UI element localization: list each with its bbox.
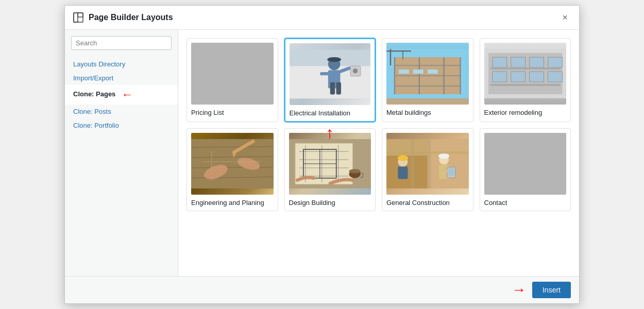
layouts-directory-link[interactable]: Layouts Directory: [73, 60, 125, 68]
card-thumb-exterior: [484, 43, 567, 105]
sidebar-item-clone-posts[interactable]: Clone: Posts: [65, 105, 178, 118]
svg-rect-35: [548, 57, 562, 67]
card-label-construction: General Construction: [386, 199, 469, 207]
svg-rect-33: [511, 57, 525, 67]
card-design-building[interactable]: Design Building: [284, 128, 376, 211]
layout-grid: Pricing List: [187, 38, 571, 215]
svg-rect-36: [492, 72, 506, 82]
svg-rect-81: [428, 139, 431, 188]
svg-rect-24: [413, 70, 423, 74]
card-thumb-contact: [484, 133, 567, 195]
modal-header-left: Page Builder Layouts: [73, 12, 173, 23]
modal: Page Builder Layouts × Layouts Directory…: [64, 5, 580, 304]
card-label-engineering: Engineering and Planing: [191, 199, 274, 207]
svg-rect-41: [490, 67, 560, 70]
svg-rect-78: [448, 168, 455, 176]
clone-pages-label: Clone: Pages: [73, 90, 115, 98]
insert-button[interactable]: Insert: [532, 282, 571, 298]
sidebar-item-clone-pages[interactable]: Clone: Pages ←: [65, 85, 178, 105]
svg-rect-26: [386, 49, 469, 56]
card-label-contact: Contact: [484, 199, 567, 207]
card-contact[interactable]: Contact: [480, 128, 571, 211]
sidebar-item-layouts-directory[interactable]: Layouts Directory: [65, 57, 178, 71]
card-pricing-list[interactable]: Pricing List: [187, 38, 278, 122]
modal-footer: → Insert: [65, 276, 579, 303]
svg-rect-70: [428, 139, 469, 188]
svg-rect-0: [74, 13, 83, 22]
svg-rect-40: [490, 84, 560, 86]
svg-point-67: [349, 169, 360, 173]
close-button[interactable]: ×: [559, 12, 571, 23]
sidebar-item-clone-portfolio[interactable]: Clone: Portfolio: [65, 118, 178, 132]
svg-rect-79: [443, 170, 449, 173]
card-label-exterior: Exterior remodeling: [484, 109, 567, 116]
left-arrow-icon: ←: [122, 88, 133, 101]
sidebar: Layouts Directory Import/Export Clone: P…: [65, 30, 178, 276]
search-input[interactable]: [71, 36, 172, 50]
modal-body: Layouts Directory Import/Export Clone: P…: [65, 30, 579, 276]
svg-point-72: [398, 155, 409, 161]
card-thumb-design: [289, 133, 371, 195]
svg-point-13: [327, 57, 341, 62]
svg-rect-32: [492, 57, 506, 67]
import-export-link[interactable]: Import/Export: [73, 74, 113, 82]
svg-rect-8: [330, 82, 334, 95]
svg-rect-80: [411, 139, 414, 188]
card-metal-buildings[interactable]: Metal buildings: [382, 38, 473, 122]
sidebar-nav: Layouts Directory Import/Export Clone: P…: [65, 55, 178, 134]
svg-rect-7: [320, 72, 330, 75]
card-label-electrical: Electrical Installation: [290, 109, 371, 117]
modal-title: Page Builder Layouts: [89, 13, 173, 22]
svg-rect-82: [386, 151, 469, 154]
svg-point-12: [352, 68, 357, 73]
card-thumb-electrical: [290, 43, 371, 105]
card-thumb-pricing-list: [191, 43, 274, 105]
svg-point-75: [438, 153, 449, 159]
card-thumb-engineering: [191, 133, 274, 195]
svg-rect-2: [78, 13, 83, 17]
clone-portfolio-link[interactable]: Clone: Portfolio: [73, 122, 119, 129]
card-electrical-installation[interactable]: Electrical Installation ↑: [284, 38, 376, 122]
svg-rect-38: [529, 72, 544, 82]
svg-rect-37: [511, 72, 525, 82]
svg-rect-1: [74, 13, 78, 22]
svg-rect-9: [336, 82, 341, 95]
card-thumb-construction: [386, 133, 469, 195]
card-general-construction[interactable]: General Construction: [382, 128, 473, 211]
svg-rect-73: [398, 167, 408, 179]
svg-rect-34: [529, 57, 544, 67]
modal-header: Page Builder Layouts ×: [65, 6, 579, 30]
card-label-metal: Metal buildings: [386, 109, 469, 116]
svg-rect-23: [399, 70, 409, 74]
sidebar-item-import-export[interactable]: Import/Export: [65, 71, 178, 85]
card-label-pricing-list: Pricing List: [191, 109, 274, 116]
main-content: Pricing List: [178, 30, 579, 276]
card-exterior-remodeling[interactable]: Exterior remodeling: [480, 38, 571, 122]
right-arrow-icon: →: [512, 282, 526, 298]
page-builder-icon: [73, 12, 83, 23]
svg-rect-39: [548, 72, 562, 82]
card-label-design: Design Building: [289, 199, 371, 207]
svg-rect-25: [428, 70, 438, 74]
card-engineering-planing[interactable]: Engineering and Planing: [187, 128, 278, 211]
card-thumb-metal: [386, 43, 469, 105]
clone-posts-link[interactable]: Clone: Posts: [73, 108, 111, 115]
